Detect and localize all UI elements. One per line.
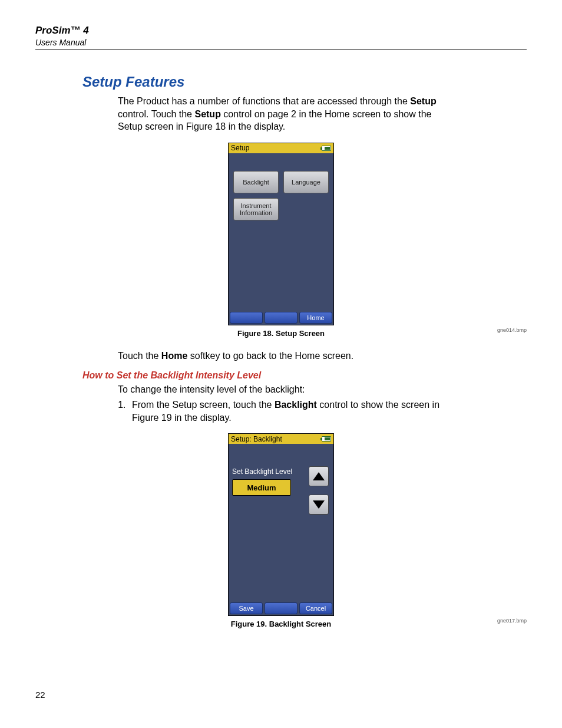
mid-paragraph: Touch the Home softkey to go back to the…: [118, 350, 456, 363]
backlight-button-label: Backlight: [243, 179, 269, 186]
device-title: Setup: [231, 144, 249, 152]
intro-paragraph: The Product has a number of functions th…: [118, 95, 456, 133]
header-title: ProSim™ 4: [35, 25, 527, 37]
step1-text-1: From the Setup screen, touch the: [132, 400, 275, 410]
figure-19-bmp: gne017.bmp: [497, 618, 527, 624]
softkey-cancel-label: Cancel: [306, 605, 326, 612]
sub-intro-text: To change the intensity level of the bac…: [118, 383, 456, 396]
arrow-down-button[interactable]: [309, 495, 329, 515]
backlight-button[interactable]: Backlight: [233, 171, 279, 193]
step1-bold-1: Backlight: [275, 400, 317, 410]
header-rule: [35, 50, 527, 50]
battery-icon: [322, 436, 331, 442]
softkey-mid-2[interactable]: [265, 602, 297, 614]
device-softkey-row-2: Save Cancel: [229, 601, 333, 615]
device-title-2: Setup: Backlight: [231, 435, 282, 443]
arrow-up-button[interactable]: [309, 466, 329, 486]
language-button-label: Language: [292, 179, 320, 186]
device-titlebar-2: Setup: Backlight: [229, 434, 333, 444]
step-1: From the Setup screen, touch the Backlig…: [128, 398, 456, 424]
backlight-level-value[interactable]: Medium: [232, 479, 291, 496]
mid-text-2: softkey to go back to the Home screen.: [187, 351, 353, 361]
figure-19-caption: Figure 19. Backlight Screen: [228, 620, 334, 628]
intro-bold-1: Setup: [410, 96, 436, 106]
softkey-mid[interactable]: [265, 312, 297, 324]
page-number: 22: [35, 690, 45, 700]
softkey-home[interactable]: Home: [299, 312, 332, 324]
instrument-info-label: Instrument Information: [240, 202, 272, 216]
figure-18-bmp: gne014.bmp: [497, 327, 527, 333]
softkey-save[interactable]: Save: [230, 602, 263, 614]
mid-text-1: Touch the: [118, 351, 161, 361]
triangle-down-icon: [313, 500, 325, 509]
softkey-save-label: Save: [239, 605, 253, 612]
mid-bold-1: Home: [161, 351, 187, 361]
device-titlebar: Setup: [229, 143, 333, 153]
setup-screen-device: Setup Backlight Language Instrument Info…: [228, 143, 334, 325]
softkey-home-label: Home: [307, 314, 324, 321]
header-subtitle: Users Manual: [35, 38, 527, 47]
battery-icon: [322, 146, 331, 151]
device-body: Backlight Language Instrument Informatio…: [229, 153, 333, 311]
figure-18-caption: Figure 18. Setup Screen: [228, 329, 334, 338]
page-header: ProSim™ 4 Users Manual: [35, 25, 527, 47]
sub-intro: To change the intensity level of the bac…: [118, 383, 456, 424]
sub-heading: How to Set the Backlight Intensity Level: [82, 370, 527, 381]
figure-18-row: Setup Backlight Language Instrument Info…: [35, 143, 527, 338]
instrument-info-button[interactable]: Instrument Information: [233, 198, 279, 220]
figure-19-row: Setup: Backlight Set Backlight Level Med…: [35, 433, 527, 628]
section-heading: Setup Features: [82, 74, 527, 90]
device-softkey-row: Home: [229, 311, 333, 325]
language-button[interactable]: Language: [283, 171, 329, 193]
triangle-up-icon: [313, 472, 325, 480]
intro-bold-2: Setup: [194, 109, 220, 119]
softkey-left[interactable]: [230, 312, 263, 324]
softkey-cancel[interactable]: Cancel: [299, 602, 332, 614]
backlight-value-text: Medium: [247, 483, 276, 492]
backlight-screen-device: Setup: Backlight Set Backlight Level Med…: [228, 433, 334, 616]
intro-text-2: control. Touch the: [118, 109, 194, 119]
intro-text-1: The Product has a number of functions th…: [118, 96, 410, 106]
device-body-2: Set Backlight Level Medium: [229, 444, 333, 601]
